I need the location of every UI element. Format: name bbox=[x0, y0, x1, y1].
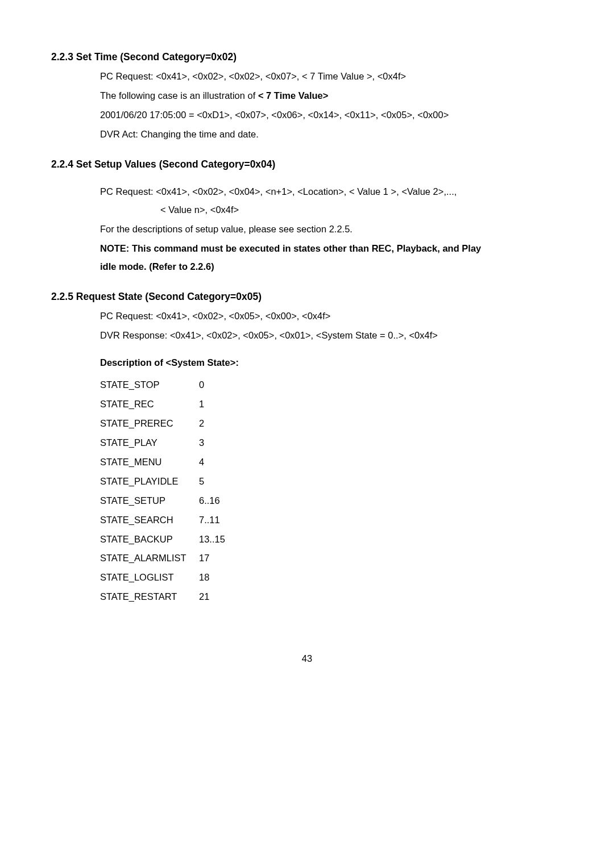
state-name: STATE_PREREC bbox=[100, 414, 196, 433]
sec225-line2: DVR Response: <0x41>, <0x02>, <0x05>, <0… bbox=[100, 329, 563, 343]
state-val: 7..11 bbox=[196, 511, 225, 530]
state-row: STATE_PLAY 3 bbox=[100, 433, 225, 453]
state-val: 1 bbox=[196, 395, 225, 414]
sec223-line4: DVR Act: Changing the time and date. bbox=[100, 128, 563, 141]
state-name: STATE_PLAY bbox=[100, 433, 196, 453]
state-row: STATE_SETUP 6..16 bbox=[100, 491, 225, 511]
state-name: STATE_SETUP bbox=[100, 491, 196, 511]
state-name: STATE_REC bbox=[100, 395, 196, 414]
sec224-line1b: < Value n>, <0x4f> bbox=[160, 203, 563, 217]
state-name: STATE_BACKUP bbox=[100, 530, 196, 549]
state-table: STATE_STOP 0 STATE_REC 1 STATE_PREREC 2 … bbox=[100, 375, 225, 607]
sec224-line2: For the descriptions of setup value, ple… bbox=[100, 223, 563, 236]
state-row: STATE_STOP 0 bbox=[100, 375, 225, 395]
sec224-line1: PC Request: <0x41>, <0x02>, <0x04>, <n+1… bbox=[100, 185, 563, 199]
state-val: 0 bbox=[196, 375, 225, 395]
state-name: STATE_RESTART bbox=[100, 587, 196, 607]
section-225-heading: 2.2.5 Request State (Second Category=0x0… bbox=[51, 290, 563, 304]
sec223-line2b: < 7 Time Value> bbox=[258, 90, 329, 101]
state-name: STATE_SEARCH bbox=[100, 511, 196, 530]
sec223-line2a: The following case is an illustration of bbox=[100, 90, 258, 101]
state-val: 6..16 bbox=[196, 491, 225, 511]
state-name: STATE_PLAYIDLE bbox=[100, 472, 196, 491]
page-number: 43 bbox=[51, 652, 563, 666]
state-row: STATE_SEARCH 7..11 bbox=[100, 511, 225, 530]
state-name: STATE_ALARMLIST bbox=[100, 549, 196, 568]
state-row: STATE_RESTART 21 bbox=[100, 587, 225, 607]
state-name: STATE_STOP bbox=[100, 375, 196, 395]
state-val: 4 bbox=[196, 453, 225, 472]
state-name: STATE_MENU bbox=[100, 453, 196, 472]
sec224-note1: NOTE: This command must be executed in s… bbox=[100, 242, 563, 256]
state-row: STATE_LOGLIST 18 bbox=[100, 568, 225, 587]
section-223-heading: 2.2.3 Set Time (Second Category=0x02) bbox=[51, 50, 563, 64]
sec225-line1: PC Request: <0x41>, <0x02>, <0x05>, <0x0… bbox=[100, 310, 563, 323]
state-row: STATE_REC 1 bbox=[100, 395, 225, 414]
state-val: 21 bbox=[196, 587, 225, 607]
state-row: STATE_PREREC 2 bbox=[100, 414, 225, 433]
state-row: STATE_PLAYIDLE 5 bbox=[100, 472, 225, 491]
state-val: 13..15 bbox=[196, 530, 225, 549]
section-224-heading: 2.2.4 Set Setup Values (Second Category=… bbox=[51, 157, 563, 172]
sec223-line3: 2001/06/20 17:05:00 = <0xD1>, <0x07>, <0… bbox=[100, 108, 563, 122]
sec223-line2: The following case is an illustration of… bbox=[100, 89, 563, 103]
sec224-note2: idle mode. (Refer to 2.2.6) bbox=[100, 260, 563, 274]
state-val: 3 bbox=[196, 433, 225, 453]
state-name: STATE_LOGLIST bbox=[100, 568, 196, 587]
sec223-line1: PC Request: <0x41>, <0x02>, <0x02>, <0x0… bbox=[100, 70, 563, 84]
state-row: STATE_ALARMLIST 17 bbox=[100, 549, 225, 568]
state-val: 5 bbox=[196, 472, 225, 491]
state-val: 17 bbox=[196, 549, 225, 568]
state-val: 18 bbox=[196, 568, 225, 587]
sec225-desc-heading: Description of <System State>: bbox=[100, 356, 563, 370]
state-row: STATE_MENU 4 bbox=[100, 453, 225, 472]
state-row: STATE_BACKUP 13..15 bbox=[100, 530, 225, 549]
state-val: 2 bbox=[196, 414, 225, 433]
